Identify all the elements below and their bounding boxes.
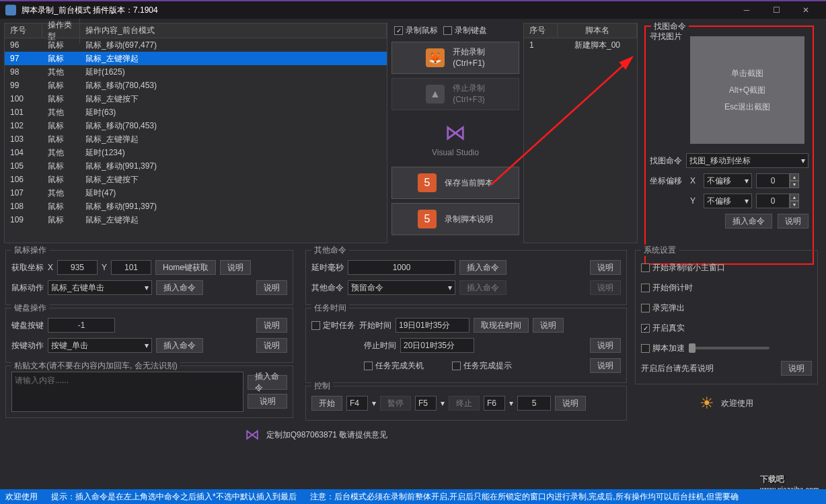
- firefox-icon: 🦊: [426, 48, 445, 67]
- paste-panel: 粘贴文本(请不要在内容内加回车, 会无法识别) 插入命令 说明: [5, 366, 293, 418]
- paste-help-button[interactable]: 说明: [248, 394, 287, 409]
- script-list[interactable]: 序号 脚本名 1新建脚本_00: [523, 23, 638, 243]
- other-insert-button2[interactable]: 插入命令: [459, 280, 506, 295]
- action-grid[interactable]: 序号 操作类型 操作内容_前台模式 96鼠标鼠标_移动(697,477)97鼠标…: [4, 23, 387, 243]
- script-row[interactable]: 1新建脚本_00: [524, 38, 637, 52]
- home-get-button[interactable]: Home键获取: [155, 260, 216, 275]
- y-offset-select[interactable]: 不偏移: [704, 194, 752, 208]
- key-insert-button[interactable]: 插入命令: [156, 338, 203, 353]
- stop-record-button[interactable]: ▲ 停止录制(Ctrl+F3): [391, 78, 519, 110]
- get-now-button[interactable]: 取现在时间: [474, 318, 529, 333]
- script-header-seq[interactable]: 序号: [524, 24, 558, 38]
- welcome-label: 欢迎使用: [721, 398, 753, 409]
- notify-checkbox[interactable]: 任务完成提示: [452, 360, 512, 372]
- other-help-button[interactable]: 说明: [590, 260, 621, 275]
- delay-input[interactable]: [348, 260, 455, 275]
- mouse-help-button[interactable]: 说明: [220, 260, 251, 275]
- key-action-select[interactable]: 按键_单击: [48, 338, 152, 353]
- table-row[interactable]: 109鼠标鼠标_左键弹起: [5, 213, 387, 226]
- x-offset-select[interactable]: 不偏移: [704, 173, 752, 188]
- paste-insert-button[interactable]: 插入命令: [248, 375, 287, 390]
- other-cmd-select[interactable]: 预留命令: [348, 280, 455, 295]
- stop-hotkey-input[interactable]: [484, 396, 505, 411]
- other-help-button2[interactable]: 说明: [590, 280, 621, 295]
- task-help-button[interactable]: 说明: [533, 318, 564, 333]
- save-script-button[interactable]: 5 保存当前脚本: [391, 167, 519, 199]
- maximize-button[interactable]: ☐: [761, 1, 791, 19]
- record-keyboard-checkbox[interactable]: 录制键盘: [443, 25, 487, 36]
- mouse-panel: 鼠标操作 获取坐标 X Y Home键获取 说明 鼠标动作 鼠标_右键单击 插入…: [5, 250, 293, 305]
- control-panel: 控制 开始 ▾ 暂停 ▾ 终止 ▾ 说明: [305, 386, 627, 421]
- table-row[interactable]: 103鼠标鼠标_左键弹起: [5, 132, 387, 146]
- find-image-command-select[interactable]: 找图_移动到坐标: [686, 153, 809, 168]
- timed-task-checkbox[interactable]: 定时任务: [311, 320, 355, 331]
- ctrl-pause-button[interactable]: 暂停: [380, 396, 411, 411]
- find-image-help-button[interactable]: 说明: [778, 214, 809, 228]
- vs-icon-small: ⋈: [245, 426, 260, 444]
- table-row[interactable]: 98其他延时(1625): [5, 65, 387, 79]
- start-time-input[interactable]: [396, 318, 470, 333]
- table-row[interactable]: 105鼠标鼠标_移动(991,397): [5, 159, 387, 173]
- table-row[interactable]: 96鼠标鼠标_移动(697,477): [5, 38, 387, 52]
- mouse-insert-button[interactable]: 插入命令: [156, 280, 203, 295]
- grid-header-content[interactable]: 操作内容_前台模式: [80, 24, 387, 38]
- table-row[interactable]: 100鼠标鼠标_左键按下: [5, 92, 387, 106]
- table-row[interactable]: 104其他延时(1234): [5, 146, 387, 159]
- table-row[interactable]: 99鼠标鼠标_移动(780,453): [5, 79, 387, 92]
- accel-slider[interactable]: [689, 347, 769, 349]
- mouse-action-select[interactable]: 鼠标_右键单击: [48, 280, 152, 295]
- mouse-help-button2[interactable]: 说明: [256, 280, 287, 295]
- stop-icon: ▲: [426, 85, 445, 103]
- record-mouse-checkbox[interactable]: 录制鼠标: [394, 25, 438, 36]
- mouse-x-input[interactable]: [57, 260, 98, 275]
- other-insert-button[interactable]: 插入命令: [459, 260, 506, 275]
- table-row[interactable]: 108鼠标鼠标_移动(991,397): [5, 200, 387, 213]
- script-header-name[interactable]: 脚本名: [558, 24, 637, 38]
- stop-time-input[interactable]: [400, 338, 474, 353]
- y-offset-spinner[interactable]: ▲▼: [756, 194, 799, 208]
- minimize-button[interactable]: ─: [732, 1, 761, 19]
- other-panel: 其他命令 延时毫秒 插入命令 说明 其他命令 预留命令 插入命令 说明: [305, 250, 627, 305]
- system-settings-panel: 系统设置 开始录制缩小主窗口 开始倒计时 录完弹出 开启真实 脚本加速 开启后台…: [635, 250, 818, 384]
- ctrl-help-button[interactable]: 说明: [555, 396, 586, 411]
- table-row[interactable]: 97鼠标鼠标_左键弹起: [5, 52, 387, 65]
- sys-help-button[interactable]: 说明: [781, 361, 812, 376]
- accel-checkbox[interactable]: 脚本加速: [641, 343, 685, 354]
- paste-textarea[interactable]: [11, 372, 243, 412]
- task-help-button2[interactable]: 说明: [590, 338, 621, 353]
- sun-icon: ☀: [700, 394, 714, 413]
- find-image-panel: 找图命令 寻找图片 单击截图 Alt+Q截图 Esc退出截图 找图命令 找图_移…: [644, 26, 814, 265]
- keyboard-panel: 键盘操作 键盘按键 说明 按键动作 按键_单击 插入命令 说明: [5, 308, 293, 363]
- grid-header-seq[interactable]: 序号: [5, 24, 42, 38]
- script-help-button[interactable]: 5 录制脚本说明: [391, 203, 519, 235]
- ctrl-start-button[interactable]: 开始: [311, 396, 342, 411]
- table-row[interactable]: 101其他延时(63): [5, 106, 387, 119]
- popup-checkbox[interactable]: 录完弹出: [641, 302, 685, 314]
- count-input[interactable]: [517, 396, 551, 411]
- close-button[interactable]: ✕: [791, 1, 821, 19]
- visual-studio-label: Visual Studio: [391, 148, 519, 157]
- start-record-button[interactable]: 🦊 开始录制(Ctrl+F1): [391, 42, 519, 74]
- screenshot-box[interactable]: 单击截图 Alt+Q截图 Esc退出截图: [690, 36, 804, 144]
- visual-studio-icon: ⋈: [391, 120, 519, 145]
- key-help-button2[interactable]: 说明: [256, 338, 287, 353]
- x-offset-spinner[interactable]: ▲▼: [756, 173, 799, 188]
- mouse-y-input[interactable]: [111, 260, 151, 275]
- html5-icon: 5: [418, 173, 437, 192]
- table-row[interactable]: 107其他延时(47): [5, 186, 387, 200]
- key-input[interactable]: [48, 318, 115, 333]
- task-help-button3[interactable]: 说明: [590, 358, 621, 373]
- pause-hotkey-input[interactable]: [415, 396, 437, 411]
- shutdown-checkbox[interactable]: 任务完成关机: [364, 360, 424, 372]
- countdown-checkbox[interactable]: 开始倒计时: [641, 282, 693, 294]
- key-help-button[interactable]: 说明: [256, 318, 287, 333]
- qq-contact: 定制加Q987063871 敬请提供意见: [266, 429, 388, 441]
- real-checkbox[interactable]: 开启真实: [641, 323, 685, 334]
- find-image-insert-button[interactable]: 插入命令: [725, 214, 772, 228]
- app-icon: [5, 5, 16, 15]
- table-row[interactable]: 106鼠标鼠标_左键按下: [5, 173, 387, 186]
- ctrl-stop-button[interactable]: 终止: [449, 396, 480, 411]
- start-hotkey-input[interactable]: [346, 396, 368, 411]
- minimize-checkbox[interactable]: 开始录制缩小主窗口: [641, 262, 725, 274]
- table-row[interactable]: 102鼠标鼠标_移动(780,453): [5, 119, 387, 132]
